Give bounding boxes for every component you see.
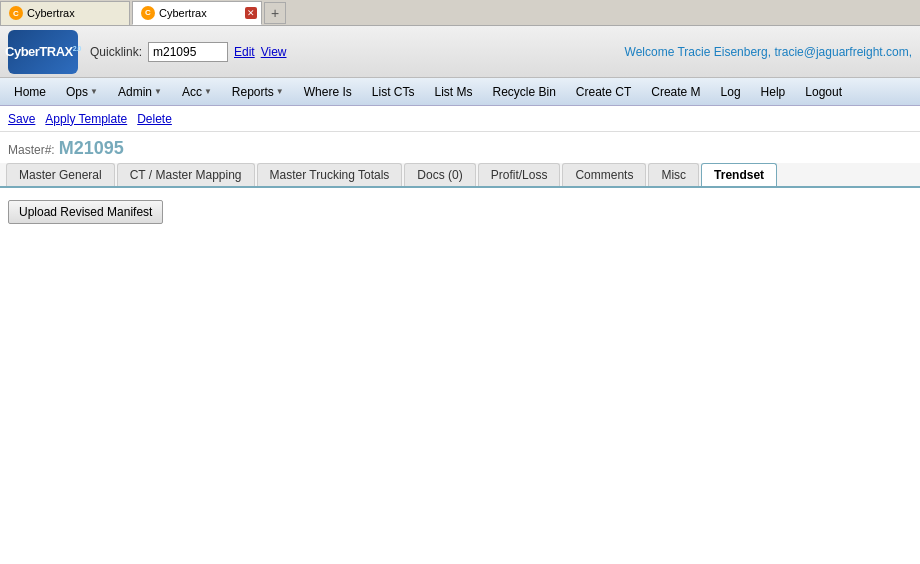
new-tab-button[interactable]: +	[264, 2, 286, 24]
tab-docs[interactable]: Docs (0)	[404, 163, 475, 186]
action-bar: Save Apply Template Delete	[0, 106, 920, 132]
tab-profit-loss[interactable]: Profit/Loss	[478, 163, 561, 186]
reports-arrow: ▼	[276, 87, 284, 96]
app-logo: CyberTRAX2.0	[8, 30, 78, 74]
tab-label-1: Cybertrax	[27, 7, 75, 19]
browser-tab-2[interactable]: C Cybertrax ✕	[132, 1, 262, 25]
master-label: Master#:	[8, 143, 55, 157]
tab-icon-1: C	[9, 6, 23, 20]
browser-tab-bar: C Cybertrax C Cybertrax ✕ +	[0, 0, 920, 26]
delete-link[interactable]: Delete	[137, 112, 172, 126]
tab-ct-master-mapping[interactable]: CT / Master Mapping	[117, 163, 255, 186]
tab-master-general[interactable]: Master General	[6, 163, 115, 186]
tab-master-trucking-totals[interactable]: Master Trucking Totals	[257, 163, 403, 186]
save-link[interactable]: Save	[8, 112, 35, 126]
quicklink-label: Quicklink:	[90, 45, 142, 59]
nav-item-help[interactable]: Help	[751, 81, 796, 103]
tab-label-2: Cybertrax	[159, 7, 207, 19]
nav-item-admin[interactable]: Admin▼	[108, 81, 172, 103]
apply-template-link[interactable]: Apply Template	[45, 112, 127, 126]
nav-item-createm[interactable]: Create M	[641, 81, 710, 103]
tab-close-button-2[interactable]: ✕	[245, 7, 257, 19]
tab-comments[interactable]: Comments	[562, 163, 646, 186]
master-number: M21095	[59, 138, 124, 159]
acc-arrow: ▼	[204, 87, 212, 96]
nav-item-listms[interactable]: List Ms	[424, 81, 482, 103]
nav-item-reports[interactable]: Reports▼	[222, 81, 294, 103]
logo-text: CyberTRAX2.0	[5, 44, 81, 59]
nav-item-listcts[interactable]: List CTs	[362, 81, 425, 103]
tab-trendset[interactable]: Trendset	[701, 163, 777, 186]
app-header: CyberTRAX2.0 Quicklink: Edit View Welcom…	[0, 26, 920, 78]
logo-sup: 2.0	[73, 45, 81, 52]
browser-tab-1[interactable]: C Cybertrax	[0, 1, 130, 25]
quicklink-area: Quicklink: Edit View	[90, 42, 287, 62]
nav-item-home[interactable]: Home	[4, 81, 56, 103]
tab-icon-2: C	[141, 6, 155, 20]
view-link[interactable]: View	[261, 45, 287, 59]
welcome-text: Welcome Tracie Eisenberg, tracie@jaguarf…	[625, 45, 912, 59]
nav-item-ops[interactable]: Ops▼	[56, 81, 108, 103]
master-header: Master#: M21095	[0, 132, 920, 163]
nav-item-createct[interactable]: Create CT	[566, 81, 641, 103]
quicklink-input[interactable]	[148, 42, 228, 62]
nav-item-logout[interactable]: Logout	[795, 81, 852, 103]
nav-bar: Home Ops▼ Admin▼ Acc▼ Reports▼ Where Is …	[0, 78, 920, 106]
nav-item-whereis[interactable]: Where Is	[294, 81, 362, 103]
tab-misc[interactable]: Misc	[648, 163, 699, 186]
tabs-bar: Master General CT / Master Mapping Maste…	[0, 163, 920, 188]
edit-link[interactable]: Edit	[234, 45, 255, 59]
new-tab-icon: +	[271, 5, 279, 21]
ops-arrow: ▼	[90, 87, 98, 96]
upload-revised-manifest-button[interactable]: Upload Revised Manifest	[8, 200, 163, 224]
nav-item-log[interactable]: Log	[711, 81, 751, 103]
nav-item-acc[interactable]: Acc▼	[172, 81, 222, 103]
nav-item-recyclebin[interactable]: Recycle Bin	[483, 81, 566, 103]
admin-arrow: ▼	[154, 87, 162, 96]
content-area: Upload Revised Manifest	[0, 188, 920, 488]
